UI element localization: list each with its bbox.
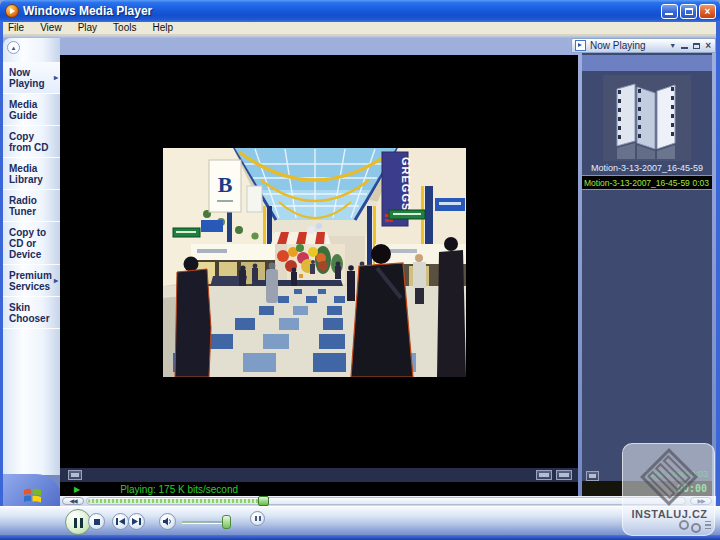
play-indicator-icon: ▶ xyxy=(74,485,80,494)
svg-text:B: B xyxy=(218,172,233,197)
hide-taskbar-button[interactable]: ▴ xyxy=(7,41,20,54)
switch-to-skin-mode-button[interactable] xyxy=(250,511,265,526)
show-equalizer-button[interactable] xyxy=(536,470,552,480)
sidebar-item-copy-to-cd[interactable]: Copy to CD or Device xyxy=(3,222,60,265)
svg-text:GREGGS: GREGGS xyxy=(400,157,412,211)
video-content-shopping-arcade: B GREGGS xyxy=(163,148,466,377)
watermark-badge-icon xyxy=(691,523,701,533)
video-display: B GREGGS xyxy=(163,148,466,377)
seek-track[interactable] xyxy=(86,497,686,505)
watermark-text: INSTALUJ.CZ xyxy=(623,508,716,520)
panel-restore-button[interactable] xyxy=(693,43,700,49)
wmp-window: Windows Media Player × File View Play To… xyxy=(0,0,720,540)
playlist-options-button[interactable] xyxy=(586,471,599,481)
panel-close-button[interactable]: × xyxy=(705,41,711,51)
seek-thumb[interactable] xyxy=(258,496,269,506)
now-playing-title: Now Playing xyxy=(590,40,646,51)
instaluj-logo-icon xyxy=(639,447,699,507)
status-bar: ▶ Playing: 175 K bits/second xyxy=(60,482,578,496)
sidebar-item-copy-from-cd[interactable]: Copy from CD xyxy=(3,126,60,158)
watermark-handle-dots xyxy=(705,520,711,529)
menu-file[interactable]: File xyxy=(0,22,32,34)
now-playing-icon xyxy=(575,40,586,51)
filmstrip-icon xyxy=(603,75,691,161)
next-button[interactable] xyxy=(128,513,145,530)
menu-play[interactable]: Play xyxy=(70,22,105,34)
minimize-button[interactable] xyxy=(661,4,678,19)
equalizer-icon xyxy=(539,473,549,477)
status-text: Playing: 175 K bits/second xyxy=(120,484,238,495)
window-border-right xyxy=(716,22,720,536)
playlist-item-duration: 0:03 xyxy=(692,178,709,188)
pause-icon xyxy=(74,518,83,528)
rewind-button[interactable]: ◀◀ xyxy=(62,497,84,505)
close-button[interactable]: × xyxy=(699,4,716,19)
wmp-app-icon xyxy=(5,4,19,18)
sidebar-item-skin-chooser[interactable]: Skin Chooser xyxy=(3,297,60,329)
volume-slider-thumb[interactable] xyxy=(222,515,231,529)
chevron-right-icon: ▸ xyxy=(54,275,58,286)
menu-bar: File View Play Tools Help xyxy=(0,22,720,35)
mute-button[interactable] xyxy=(159,513,176,530)
chevron-right-icon: ▸ xyxy=(54,72,58,83)
restore-icon xyxy=(685,8,693,15)
previous-icon xyxy=(116,517,125,526)
sidebar-item-premium-services[interactable]: Premium Services ▸ xyxy=(3,265,60,297)
previous-button[interactable] xyxy=(112,513,129,530)
video-mode-button[interactable] xyxy=(68,470,82,480)
skin-mode-icon xyxy=(255,516,261,521)
playlist-item-title: Motion-3-13-2007_16-45-59 xyxy=(584,178,690,188)
window-border-bottom xyxy=(0,535,720,540)
menu-view[interactable]: View xyxy=(32,22,70,34)
menu-tools[interactable]: Tools xyxy=(105,22,144,34)
transport-bar xyxy=(0,506,720,535)
speaker-icon xyxy=(163,517,173,526)
panel-chevron-icon[interactable]: ▼ xyxy=(669,42,676,49)
video-toolbar xyxy=(60,468,578,482)
now-playing-header: Now Playing ▼ × xyxy=(571,38,716,53)
thumbnail-caption: Motion-3-13-2007_16-45-59 xyxy=(582,163,712,173)
sidebar-item-media-guide[interactable]: Media Guide xyxy=(3,94,60,126)
menu-help[interactable]: Help xyxy=(144,22,181,34)
list-icon xyxy=(589,474,596,478)
restore-button[interactable] xyxy=(680,4,697,19)
sidebar-item-now-playing[interactable]: Now Playing ▸ xyxy=(3,62,60,94)
seek-bar-row: ◀◀ ▶▶ xyxy=(60,496,716,506)
sidebar-item-media-library[interactable]: Media Library xyxy=(3,158,60,190)
seek-progress xyxy=(88,499,260,503)
video-area: B GREGGS xyxy=(60,55,578,468)
stop-button[interactable] xyxy=(88,513,105,530)
film-icon xyxy=(71,473,79,477)
window-title: Windows Media Player xyxy=(23,4,152,18)
playlist-panel: Motion-3-13-2007_16-45-59 Motion-3-13-20… xyxy=(582,53,712,467)
next-icon xyxy=(132,517,141,526)
windows-flag-logo xyxy=(23,486,42,504)
media-thumbnail xyxy=(603,75,691,161)
watermark-badge-icon xyxy=(679,520,689,530)
minimize-icon xyxy=(665,13,673,15)
stop-icon xyxy=(94,519,100,525)
panel-minimize-button[interactable] xyxy=(681,47,688,49)
visualization-icon xyxy=(559,473,569,477)
title-bar: Windows Media Player × xyxy=(0,0,720,22)
visualization-button[interactable] xyxy=(556,470,572,480)
playlist-top-strip xyxy=(582,55,712,71)
taskbar-sidebar: ▴ Now Playing ▸ Media Guide Copy from CD… xyxy=(3,38,60,475)
sidebar-item-radio-tuner[interactable]: Radio Tuner xyxy=(3,190,60,222)
instaluj-watermark: INSTALUJ.CZ xyxy=(622,443,715,536)
playlist-item[interactable]: Motion-3-13-2007_16-45-59 0:03 xyxy=(582,175,712,190)
